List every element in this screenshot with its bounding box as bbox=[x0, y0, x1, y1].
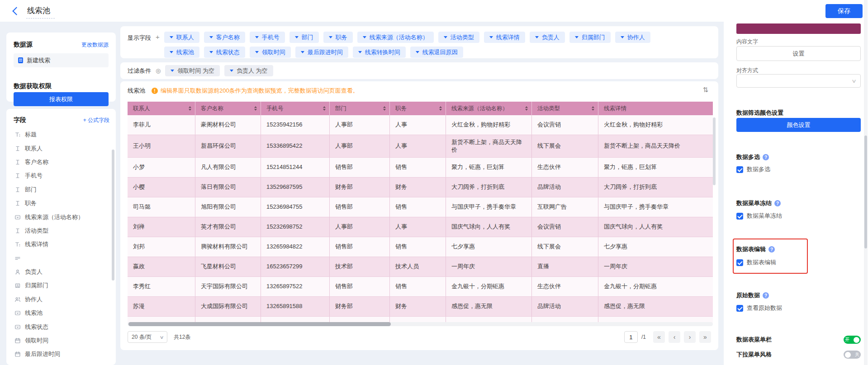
field-item-divider[interactable] bbox=[11, 252, 108, 265]
prev-page-button[interactable]: ‹ bbox=[669, 331, 680, 343]
table-cell[interactable]: 英才有限公司 bbox=[195, 217, 261, 237]
last-page-button[interactable]: » bbox=[699, 331, 711, 343]
table-cell[interactable]: 财务 bbox=[390, 297, 446, 316]
table-cell[interactable]: 互联网广告 bbox=[532, 197, 598, 217]
display-field-chip[interactable]: 线索池 bbox=[164, 47, 199, 58]
table-cell[interactable]: 销售 bbox=[390, 277, 446, 296]
display-field-chip[interactable]: 客户名称 bbox=[204, 32, 245, 43]
table-horizontal-scrollbar[interactable] bbox=[128, 322, 391, 326]
add-field-icon[interactable]: + bbox=[156, 33, 160, 58]
table-cell[interactable]: 聚力，钜惠，巨划算 bbox=[446, 158, 532, 177]
content-text-settings-button[interactable]: 设置 bbox=[736, 46, 861, 61]
sort-icon[interactable] bbox=[189, 106, 191, 111]
sort-icon[interactable] bbox=[323, 106, 326, 111]
display-field-chip[interactable]: 领取时间 bbox=[250, 47, 291, 58]
table-cell[interactable]: 销售 bbox=[390, 237, 446, 257]
table-cell[interactable]: 七夕享惠 bbox=[446, 237, 532, 257]
column-header[interactable]: 线索详情 bbox=[598, 102, 713, 115]
field-item[interactable]: 协作人 bbox=[11, 293, 108, 306]
report-permission-button[interactable]: 报表权限 bbox=[14, 92, 109, 106]
column-header[interactable]: 联系人 bbox=[128, 102, 195, 115]
sidebar-scrollbar[interactable] bbox=[112, 150, 114, 281]
table-cell[interactable]: 国庆气球向，人人有奖 bbox=[598, 217, 713, 237]
table-cell[interactable]: 人事部 bbox=[330, 115, 390, 135]
table-cell[interactable]: 李菲儿 bbox=[128, 115, 195, 135]
table-cell[interactable]: 财务 bbox=[390, 178, 446, 197]
page-number-input[interactable]: 1 bbox=[624, 331, 638, 343]
display-field-chip[interactable]: 部门 bbox=[289, 32, 319, 43]
table-cell[interactable]: 感恩促，惠无限 bbox=[598, 297, 713, 316]
column-header[interactable]: 部门 bbox=[330, 102, 390, 115]
table-cell[interactable]: 火红金秋，购物好精彩 bbox=[598, 115, 713, 135]
column-header[interactable]: 客户名称 bbox=[195, 102, 261, 115]
table-cell[interactable]: 新货不断上架，商品天天降价 bbox=[446, 135, 532, 157]
table-cell[interactable]: 13265891588 bbox=[261, 297, 330, 316]
table-cell[interactable]: 新货不断上架，商品天天降价 bbox=[598, 135, 713, 157]
table-cell[interactable]: 凡人有限公司 bbox=[195, 158, 261, 177]
table-cell[interactable]: 品牌活动 bbox=[532, 178, 598, 197]
display-field-chip[interactable]: 最后跟进时间 bbox=[295, 47, 348, 58]
table-cell[interactable]: 13529687595 bbox=[261, 178, 330, 197]
table-cell[interactable]: 15336895422 bbox=[261, 135, 330, 157]
next-page-button[interactable]: › bbox=[684, 331, 696, 343]
table-cell[interactable]: 金九银十，分期钜惠 bbox=[598, 277, 713, 296]
table-cell[interactable]: 人事部 bbox=[330, 135, 390, 157]
table-cell[interactable]: 技术人员 bbox=[390, 257, 446, 276]
add-formula-field-link[interactable]: + 公式字段 bbox=[83, 117, 109, 124]
table-cell[interactable]: 技术部 bbox=[330, 257, 390, 276]
sort-icon[interactable] bbox=[439, 106, 442, 111]
sort-order-icon[interactable]: ⇅ bbox=[702, 86, 708, 94]
field-item[interactable]: 负责人 bbox=[11, 265, 108, 279]
table-cell[interactable]: 苏漫 bbox=[128, 297, 195, 316]
help-icon[interactable]: ? bbox=[763, 154, 769, 160]
sort-icon[interactable] bbox=[254, 106, 257, 111]
field-item[interactable]: 标题 bbox=[11, 128, 108, 141]
change-datasource-link[interactable]: 更改数据源 bbox=[81, 41, 109, 49]
table-cell[interactable]: 七夕享惠 bbox=[598, 237, 713, 257]
display-field-chip[interactable]: 线索状态 bbox=[204, 47, 245, 58]
table-cell[interactable]: 天宇国际有限公司 bbox=[195, 277, 261, 296]
table-cell[interactable]: 一周年庆 bbox=[598, 257, 713, 276]
field-item[interactable]: 职务 bbox=[11, 197, 108, 210]
table-cell[interactable]: 王小明 bbox=[128, 135, 195, 157]
save-button[interactable]: 保存 bbox=[825, 4, 863, 18]
theme-color-swatch[interactable] bbox=[736, 23, 861, 34]
table-cell[interactable]: 飞星材料公司 bbox=[195, 257, 261, 276]
table-cell[interactable]: 大成国际有限公司 bbox=[195, 297, 261, 316]
table-cell[interactable]: 旭阳有限公司 bbox=[195, 197, 261, 217]
table-cell[interactable]: 销售部 bbox=[330, 158, 390, 177]
table-cell[interactable]: 小樱 bbox=[128, 178, 195, 197]
align-select[interactable]: ∨ bbox=[736, 74, 861, 88]
table-cell[interactable]: 大刀阔斧，打折到底 bbox=[446, 178, 532, 197]
display-field-chip[interactable]: 线索退回原因 bbox=[410, 47, 463, 58]
display-field-chip[interactable]: 活动类型 bbox=[438, 32, 479, 43]
datasource-item[interactable]: 新建线索 bbox=[14, 53, 109, 67]
display-field-chip[interactable]: 线索转换时间 bbox=[353, 47, 406, 58]
display-field-chip[interactable]: 负责人 bbox=[530, 32, 565, 43]
table-cell[interactable]: 嬴政 bbox=[128, 257, 195, 276]
table-cell[interactable]: 国庆气球向，人人有奖 bbox=[446, 217, 532, 237]
table-cell[interactable]: 人事 bbox=[390, 115, 446, 135]
table-cell[interactable]: 李秀红 bbox=[128, 277, 195, 296]
first-page-button[interactable]: « bbox=[653, 331, 665, 343]
table-cell[interactable]: 13265984822 bbox=[261, 237, 330, 257]
column-header[interactable]: 手机号 bbox=[261, 102, 330, 115]
field-item[interactable]: 线索详情 bbox=[11, 238, 108, 251]
table-cell[interactable]: 线下展会 bbox=[532, 135, 598, 157]
dropdown-style-toggle[interactable]: 关 bbox=[844, 351, 861, 359]
display-field-chip[interactable]: 归属部门 bbox=[569, 32, 611, 43]
table-cell[interactable]: 线下展会 bbox=[532, 237, 598, 257]
menu-freeze-checkbox[interactable]: 数据菜单冻结 bbox=[736, 212, 782, 220]
table-menubar-toggle[interactable]: 开 bbox=[844, 336, 861, 344]
table-cell[interactable]: 与国庆甲子，携手奏华章 bbox=[598, 197, 713, 217]
table-cell[interactable]: 腾骏材料有限公司 bbox=[195, 237, 261, 257]
page-size-select[interactable]: 20 条/页 ∨ bbox=[128, 331, 167, 343]
display-field-chip[interactable]: 线索来源（活动名称） bbox=[357, 32, 434, 43]
filter-chip[interactable]: 负责人 为空 bbox=[224, 65, 273, 76]
table-cell[interactable]: 16523657299 bbox=[261, 257, 330, 276]
sort-icon[interactable] bbox=[383, 106, 386, 111]
column-header[interactable]: 活动类型 bbox=[532, 102, 598, 115]
help-icon[interactable]: ? bbox=[763, 292, 769, 299]
filter-target-icon[interactable]: ◎ bbox=[156, 67, 161, 74]
table-cell[interactable]: 销售部 bbox=[330, 237, 390, 257]
